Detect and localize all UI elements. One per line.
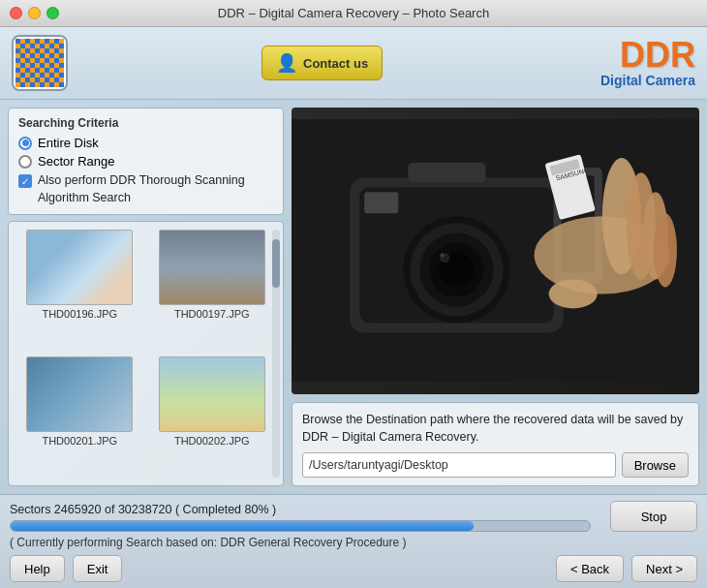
photo-thumb-2 — [159, 230, 265, 305]
logo-checkerboard-icon — [15, 39, 64, 87]
next-button[interactable]: Next > — [631, 555, 697, 582]
photo-group-icon — [160, 357, 264, 431]
app-logo — [12, 35, 68, 91]
header: 👤 Contact us DDR Digital Camera — [0, 27, 707, 100]
brand: DDR Digital Camera — [600, 38, 695, 88]
bottom-bar: Sectors 2465920 of 30238720 ( Completed … — [0, 494, 707, 588]
minimize-button[interactable] — [28, 7, 41, 19]
progress-bar-fill — [11, 521, 474, 531]
photo-label-2: THD00197.JPG — [174, 308, 250, 320]
content-area: Searching Criteria Entire Disk Sector Ra… — [0, 100, 707, 494]
progress-row: Sectors 2465920 of 30238720 ( Completed … — [10, 501, 697, 532]
nav-right: < Back Next > — [556, 555, 697, 582]
maximize-button[interactable] — [46, 7, 59, 19]
browse-button[interactable]: Browse — [622, 452, 689, 478]
close-button[interactable] — [10, 7, 22, 19]
exit-button[interactable]: Exit — [73, 555, 123, 582]
photo-couple-icon — [27, 357, 132, 431]
list-item[interactable]: THD00196.JPG — [16, 230, 143, 351]
photo-label-1: THD00196.JPG — [42, 308, 117, 320]
help-button[interactable]: Help — [10, 555, 65, 582]
photo-family-icon — [27, 231, 132, 304]
search-criteria-title: Searching Criteria — [18, 116, 273, 130]
svg-rect-11 — [364, 193, 398, 214]
status-text: ( Currently performing Search based on: … — [10, 536, 697, 549]
radio-entire-disk[interactable]: Entire Disk — [18, 136, 273, 150]
contact-icon: 👤 — [276, 52, 297, 74]
photo-label-3: THD00201.JPG — [42, 435, 117, 447]
photo-grid: THD00196.JPG THD00197.JPG THD00201.JPG — [8, 221, 284, 486]
contact-button[interactable]: 👤 Contact us — [261, 46, 383, 80]
window-controls[interactable] — [10, 7, 59, 19]
stop-button[interactable]: Stop — [610, 501, 697, 532]
sectors-text: Sectors 2465920 of 30238720 ( Completed … — [10, 503, 276, 516]
progress-bar-container — [10, 520, 591, 532]
destination-path-row: Browse — [302, 452, 689, 478]
brand-sub: Digital Camera — [600, 73, 695, 88]
photo-city-icon — [160, 231, 264, 304]
list-item[interactable]: THD00202.JPG — [149, 356, 276, 478]
nav-row: Help Exit < Back Next > — [10, 555, 697, 582]
photo-thumb-3 — [26, 356, 133, 432]
radio-sector-range-label: Sector Range — [38, 154, 115, 169]
scroll-track[interactable] — [272, 230, 280, 478]
window-title: DDR – Digital Camera Recovery – Photo Se… — [218, 6, 489, 20]
camera-image: SAMSUNG — [292, 108, 699, 394]
search-criteria-box: Searching Criteria Entire Disk Sector Ra… — [8, 108, 284, 215]
thorough-box: ✓ Also perform DDR Thorough Scanning Alg… — [18, 172, 273, 206]
brand-ddr: DDR — [600, 38, 695, 73]
titlebar: DDR – Digital Camera Recovery – Photo Se… — [0, 0, 707, 27]
left-panel: Searching Criteria Entire Disk Sector Ra… — [8, 108, 284, 486]
photo-label-4: THD00202.JPG — [174, 435, 250, 447]
list-item[interactable]: THD00201.JPG — [16, 356, 143, 478]
radio-entire-disk-label: Entire Disk — [38, 136, 99, 150]
camera-svg: SAMSUNG — [292, 119, 699, 382]
svg-point-22 — [549, 280, 598, 309]
contact-label: Contact us — [303, 56, 368, 71]
scroll-thumb[interactable] — [272, 239, 280, 288]
svg-rect-10 — [408, 164, 485, 183]
radio-sector-range-circle[interactable] — [18, 155, 32, 169]
path-input[interactable] — [302, 452, 616, 478]
svg-point-21 — [654, 214, 677, 288]
svg-point-9 — [440, 254, 444, 258]
destination-text: Browse the Destination path where the re… — [302, 411, 689, 448]
radio-entire-disk-circle[interactable] — [18, 137, 32, 150]
app-body: 👤 Contact us DDR Digital Camera Searchin… — [0, 27, 707, 588]
list-item[interactable]: THD00197.JPG — [149, 230, 276, 351]
thorough-checkbox[interactable]: ✓ — [18, 174, 32, 188]
destination-box: Browse the Destination path where the re… — [292, 402, 699, 487]
thorough-label: Also perform DDR Thorough Scanning Algor… — [38, 172, 273, 206]
radio-sector-range[interactable]: Sector Range — [18, 154, 273, 169]
right-panel: SAMSUNG Browse the Destination path wher… — [292, 108, 699, 486]
photo-thumb-1 — [26, 230, 133, 305]
photo-thumb-4 — [159, 356, 265, 432]
back-button[interactable]: < Back — [556, 555, 624, 582]
